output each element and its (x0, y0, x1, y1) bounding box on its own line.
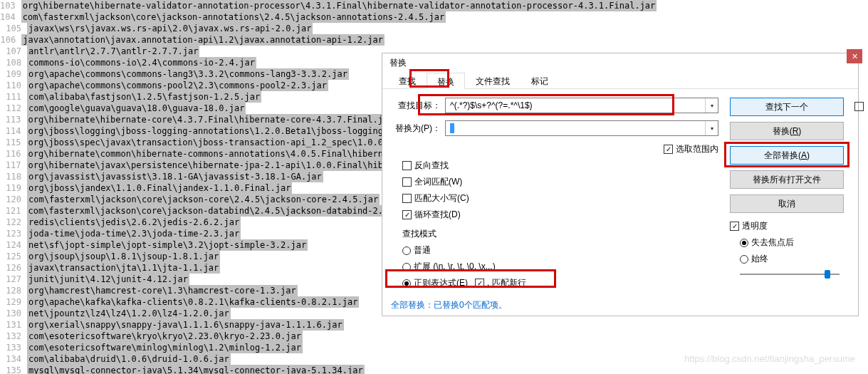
line-text[interactable]: commons-io\commons-io\2.4\commons-io-2.4… (27, 57, 256, 68)
editor-line[interactable]: 123joda-time\joda-time\2.3\joda-time-2.3… (0, 228, 385, 239)
close-button[interactable]: ✕ (847, 49, 862, 63)
line-text[interactable]: org\jboss\logging\jboss-logging-annotati… (27, 125, 385, 137)
editor-line[interactable]: 127junit\junit\4.12\junit-4.12.jar (0, 274, 385, 285)
line-text[interactable]: com\fasterxml\jackson\core\jackson-core\… (27, 194, 380, 205)
editor-line[interactable]: 117org\hibernate\javax\persistence\hiber… (0, 160, 385, 171)
mode-regex-radio[interactable] (402, 279, 411, 288)
editor-line[interactable]: 106javax\annotation\javax.annotation-api… (0, 34, 385, 46)
line-text[interactable]: com\esotericsoftware\minlog\minlog\1.2\m… (27, 342, 303, 353)
line-text[interactable]: com\fasterxml\jackson\core\jackson-datab… (27, 205, 385, 217)
editor-line[interactable]: 135mysql\mysql-connector-java\5.1.34\mys… (0, 365, 385, 374)
replace-in-open-button[interactable]: 替换所有打开文件 (730, 170, 844, 189)
editor-line[interactable]: 110org\apache\commons\commons-pool2\2.3\… (0, 80, 385, 91)
line-text[interactable]: org\jboss\jandex\1.1.0.Final\jandex-1.1.… (27, 182, 292, 194)
line-text[interactable]: org\hamcrest\hamcrest-core\1.3\hamcrest-… (27, 285, 298, 296)
line-text[interactable]: joda-time\joda-time\2.3\joda-time-2.3.ja… (27, 228, 241, 239)
editor-line[interactable]: 111com\alibaba\fastjson\1.2.5\fastjson-1… (0, 91, 385, 103)
editor-line[interactable]: 125org\jsoup\jsoup\1.8.1\jsoup-1.8.1.jar (0, 251, 385, 262)
editor-line[interactable]: 132com\esotericsoftware\kryo\kryo\2.23.0… (0, 331, 385, 342)
line-text[interactable]: net\sf\jopt-simple\jopt-simple\3.2\jopt-… (27, 239, 308, 251)
editor-line[interactable]: 114org\jboss\logging\jboss-logging-annot… (0, 125, 385, 137)
line-text[interactable]: javax\annotation\javax.annotation-api\1.… (21, 34, 385, 46)
replace-button[interactable]: 替换(R) (730, 122, 844, 140)
replace-all-button[interactable]: 全部替换(A) (730, 146, 844, 165)
editor-line[interactable]: 128org\hamcrest\hamcrest-core\1.3\hamcre… (0, 285, 385, 296)
line-text[interactable]: org\jboss\spec\javax\transaction\jboss-t… (27, 137, 385, 148)
find-next-button[interactable]: 查找下一个 (730, 98, 844, 116)
find-next-extra-checkbox[interactable] (854, 102, 864, 111)
chevron-down-icon[interactable]: ▾ (705, 121, 718, 135)
line-text[interactable]: com\esotericsoftware\kryo\kryo\2.23.0\kr… (27, 331, 303, 342)
line-text[interactable]: antlr\antlr\2.7.7\antlr-2.7.7.jar (27, 46, 199, 57)
tab-findfiles[interactable]: 文件查找 (465, 72, 521, 88)
wrap-checkbox[interactable] (402, 210, 412, 219)
match-case-checkbox[interactable] (402, 194, 412, 203)
editor-line[interactable]: 120com\fasterxml\jackson\core\jackson-co… (0, 194, 385, 205)
line-number: 110 (0, 80, 27, 91)
tab-replace[interactable]: 替换 (427, 73, 465, 89)
always-radio[interactable] (740, 255, 748, 264)
editor-line[interactable]: 104com\fasterxml\jackson\core\jackson-an… (0, 11, 385, 23)
line-number: 132 (0, 331, 27, 342)
tab-mark[interactable]: 标记 (521, 72, 559, 88)
cancel-button[interactable]: 取消 (730, 194, 844, 213)
editor-line[interactable]: 122redis\clients\jedis\2.6.2\jedis-2.6.2… (0, 217, 385, 228)
editor-line[interactable]: 119org\jboss\jandex\1.1.0.Final\jandex-1… (0, 182, 385, 194)
tab-find[interactable]: 查找 (388, 72, 427, 88)
editor-line[interactable]: 103org\hibernate\hibernate-validator-ann… (0, 0, 385, 11)
line-text[interactable]: org\hibernate\hibernate-core\4.3.7.Final… (27, 114, 385, 125)
transparency-checkbox[interactable] (730, 222, 739, 231)
line-text[interactable]: com\alibaba\fastjson\1.2.5\fastjson-1.2.… (27, 91, 261, 103)
line-text[interactable]: org\apache\commons\commons-lang3\3.3.2\c… (27, 68, 349, 80)
whole-word-checkbox[interactable] (402, 177, 412, 187)
on-lose-focus-radio[interactable] (740, 239, 748, 247)
mode-extended-radio[interactable] (402, 263, 411, 271)
line-text[interactable]: org\hibernate\hibernate-validator-annota… (21, 0, 657, 11)
line-text[interactable]: org\xerial\snappy\snappy-java\1.1.1.6\sn… (27, 319, 344, 331)
line-text[interactable]: com\alibaba\druid\1.0.6\druid-1.0.6.jar (27, 353, 231, 365)
mode-normal-radio[interactable] (402, 246, 411, 255)
editor-line[interactable]: 115org\jboss\spec\javax\transaction\jbos… (0, 137, 385, 148)
transparency-slider[interactable] (740, 269, 840, 279)
backward-checkbox[interactable] (402, 161, 412, 170)
line-text[interactable]: net\jpountz\lz4\lz4\1.2.0\lz4-1.2.0.jar (27, 308, 231, 319)
line-text[interactable]: javax\ws\rs\javax.ws.rs-api\2.0\javax.ws… (27, 23, 313, 34)
editor-line[interactable]: 113org\hibernate\hibernate-core\4.3.7.Fi… (0, 114, 385, 125)
editor-area[interactable]: 103org\hibernate\hibernate-validator-ann… (0, 0, 385, 374)
match-newline-checkbox[interactable] (475, 279, 484, 288)
replace-with-input[interactable]: ▾ (445, 120, 718, 136)
editor-line[interactable]: 116org\hibernate\common\hibernate-common… (0, 148, 385, 160)
line-text[interactable]: junit\junit\4.12\junit-4.12.jar (27, 274, 189, 285)
editor-line[interactable]: 107antlr\antlr\2.7.7\antlr-2.7.7.jar (0, 46, 385, 57)
find-target-input[interactable]: ^(.*?)$\s+?^(?=.*^\1$) ▾ (445, 98, 718, 113)
editor-line[interactable]: 130net\jpountz\lz4\lz4\1.2.0\lz4-1.2.0.j… (0, 308, 385, 319)
line-text[interactable]: org\apache\commons\commons-pool2\2.3\com… (27, 80, 328, 91)
line-text[interactable]: redis\clients\jedis\2.6.2\jedis-2.6.2.ja… (27, 217, 241, 228)
line-text[interactable]: javax\transaction\jta\1.1\jta-1.1.jar (27, 262, 220, 274)
editor-line[interactable]: 134com\alibaba\druid\1.0.6\druid-1.0.6.j… (0, 353, 385, 365)
editor-line[interactable]: 112com\google\guava\guava\18.0\guava-18.… (0, 103, 385, 114)
editor-line[interactable]: 126javax\transaction\jta\1.1\jta-1.1.jar (0, 262, 385, 274)
editor-line[interactable]: 124net\sf\jopt-simple\jopt-simple\3.2\jo… (0, 239, 385, 251)
match-case-label: 匹配大小写(C) (414, 192, 469, 204)
chevron-down-icon[interactable]: ▾ (705, 98, 718, 113)
line-text[interactable]: org\jsoup\jsoup\1.8.1\jsoup-1.8.1.jar (27, 251, 220, 262)
editor-line[interactable]: 129org\apache\kafka\kafka-clients\0.8.2.… (0, 296, 385, 308)
line-text[interactable]: com\google\guava\guava\18.0\guava-18.0.j… (27, 103, 246, 114)
editor-line[interactable]: 105javax\ws\rs\javax.ws.rs-api\2.0\javax… (0, 23, 385, 34)
editor-line[interactable]: 131org\xerial\snappy\snappy-java\1.1.1.6… (0, 319, 385, 331)
line-text[interactable]: com\fasterxml\jackson\core\jackson-annot… (21, 11, 446, 23)
line-text[interactable]: org\hibernate\javax\persistence\hibernat… (27, 160, 385, 171)
line-text[interactable]: org\hibernate\common\hibernate-commons-a… (27, 148, 385, 160)
line-text[interactable]: org\javassist\javassist\3.18.1-GA\javass… (27, 171, 323, 182)
watermark: https://blog.csdn.net/tianjingsha_persum… (684, 353, 855, 364)
search-mode-title: 查找模式 (402, 228, 718, 240)
editor-line[interactable]: 133com\esotericsoftware\minlog\minlog\1.… (0, 342, 385, 353)
line-text[interactable]: mysql\mysql-connector-java\5.1.34\mysql-… (27, 365, 365, 374)
editor-line[interactable]: 109org\apache\commons\commons-lang3\3.3.… (0, 68, 385, 80)
line-text[interactable]: org\apache\kafka\kafka-clients\0.8.2.1\k… (27, 296, 359, 308)
editor-line[interactable]: 121com\fasterxml\jackson\core\jackson-da… (0, 205, 385, 217)
editor-line[interactable]: 108commons-io\commons-io\2.4\commons-io-… (0, 57, 385, 68)
in-selection-checkbox[interactable] (664, 145, 673, 154)
editor-line[interactable]: 118org\javassist\javassist\3.18.1-GA\jav… (0, 171, 385, 182)
